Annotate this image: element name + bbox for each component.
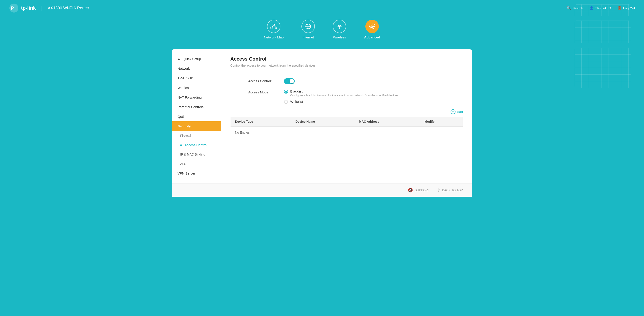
sidebar-item-firewall-label: Firewall xyxy=(180,134,191,137)
tab-internet-label: Internet xyxy=(302,35,314,39)
sidebar-item-ip-mac-binding[interactable]: IP & MAC Binding xyxy=(172,150,221,159)
sidebar-item-vpn-server[interactable]: VPN Server xyxy=(172,169,221,178)
tab-wireless-label: Wireless xyxy=(333,35,346,39)
whitelist-radio-circle[interactable] xyxy=(284,100,288,104)
logout-label: Log Out xyxy=(623,6,635,10)
sidebar-item-parental-controls[interactable]: Parental Controls xyxy=(172,102,221,112)
user-icon: 👤 xyxy=(590,6,594,10)
svg-point-10 xyxy=(339,28,340,29)
col-device-name: Device Name xyxy=(291,117,354,127)
whitelist-radio-item[interactable]: Whitelist xyxy=(284,100,399,104)
support-label: SUPPORT xyxy=(414,188,430,192)
content-outer: ⚙ Quick Setup Network TP-Link ID Wireles… xyxy=(172,49,472,183)
sidebar-item-wireless[interactable]: Wireless xyxy=(172,83,221,92)
sidebar-item-tplink-id[interactable]: TP-Link ID xyxy=(172,73,221,83)
back-to-top-icon: ⇧ xyxy=(437,188,440,193)
add-label: Add xyxy=(457,110,463,114)
svg-point-3 xyxy=(270,27,272,29)
support-button[interactable]: 🔇 SUPPORT xyxy=(408,188,430,193)
sidebar-item-vpn-server-label: VPN Server xyxy=(178,171,195,175)
devices-table: Device Type Device Name MAC Address Modi… xyxy=(230,116,463,139)
svg-point-2 xyxy=(273,24,274,26)
no-entries-message: No Entries xyxy=(230,127,463,139)
tab-internet[interactable]: Internet xyxy=(302,20,315,43)
internet-icon-circle xyxy=(302,20,315,33)
sidebar-item-quick-setup-label: Quick Setup xyxy=(183,57,201,61)
blacklist-label: Blacklist xyxy=(290,89,399,93)
table-header: Device Type Device Name MAC Address Modi… xyxy=(230,117,463,127)
tab-network-map-label: Network Map xyxy=(264,35,284,39)
sidebar-item-alg[interactable]: ALG xyxy=(172,159,221,169)
col-device-type: Device Type xyxy=(230,117,291,127)
header-left: P tp-link | AX1500 Wi-Fi 6 Router xyxy=(9,3,89,13)
search-icon: 🔍 xyxy=(567,6,571,10)
logo-area: P tp-link xyxy=(9,3,36,13)
sidebar-item-quick-setup[interactable]: ⚙ Quick Setup xyxy=(172,54,221,64)
table-header-row: Device Type Device Name MAC Address Modi… xyxy=(230,117,463,127)
search-button[interactable]: 🔍 Search xyxy=(567,6,583,10)
access-control-toggle[interactable] xyxy=(284,78,295,84)
sidebar-item-security-label: Security xyxy=(178,124,191,128)
tab-wireless[interactable]: Wireless xyxy=(333,20,346,43)
access-control-toggle-value xyxy=(284,78,295,84)
access-mode-options: Blacklist Configure a blacklist to only … xyxy=(284,89,399,104)
sidebar-item-network[interactable]: Network xyxy=(172,64,221,73)
svg-point-12 xyxy=(372,26,373,27)
gear-icon: ⚙ xyxy=(178,57,180,61)
tplink-logo-icon: P xyxy=(9,3,19,13)
add-button[interactable]: + Add xyxy=(450,109,463,114)
toggle-thumb xyxy=(290,79,294,83)
sidebar-item-security[interactable]: Security xyxy=(172,121,221,131)
blacklist-option: Blacklist Configure a blacklist to only … xyxy=(290,89,399,97)
tab-network-map[interactable]: Network Map xyxy=(264,20,284,43)
advanced-icon xyxy=(369,23,376,30)
blacklist-radio-circle[interactable] xyxy=(284,90,288,94)
network-map-icon xyxy=(270,23,277,30)
sidebar-item-firewall[interactable]: Firewall xyxy=(172,131,221,140)
network-map-icon-circle xyxy=(267,20,280,33)
page-description: Control the access to your network from … xyxy=(230,64,463,67)
header-divider: | xyxy=(41,5,42,11)
blacklist-description: Configure a blacklist to only block acce… xyxy=(290,94,399,97)
add-button-row: + Add xyxy=(230,109,463,114)
logout-button[interactable]: 🚪 Log Out xyxy=(618,6,635,10)
tplink-id-label: TP-Link ID xyxy=(595,6,611,10)
sidebar-item-alg-label: ALG xyxy=(180,162,186,166)
svg-rect-15 xyxy=(369,26,370,27)
active-dot-icon xyxy=(180,144,182,146)
sidebar-item-nat-forwarding-label: NAT Forwarding xyxy=(178,95,202,99)
main-panel: Access Control Control the access to you… xyxy=(222,49,472,183)
sidebar-item-ip-mac-binding-label: IP & MAC Binding xyxy=(180,153,205,156)
svg-text:P: P xyxy=(11,5,14,11)
sidebar-item-wireless-label: Wireless xyxy=(178,86,190,90)
back-to-top-button[interactable]: ⇧ BACK TO TOP xyxy=(437,188,463,193)
sidebar-item-qos[interactable]: QoS xyxy=(172,112,221,121)
sidebar-item-nat-forwarding[interactable]: NAT Forwarding xyxy=(172,92,221,102)
whitelist-option: Whitelist xyxy=(290,100,303,103)
sidebar-item-access-control[interactable]: Access Control xyxy=(172,140,221,150)
col-modify: Modify xyxy=(420,117,463,127)
logout-icon: 🚪 xyxy=(618,6,622,10)
tab-advanced[interactable]: Advanced xyxy=(364,20,380,43)
header: P tp-link | AX1500 Wi-Fi 6 Router 🔍 Sear… xyxy=(0,0,644,16)
svg-line-5 xyxy=(272,26,274,27)
toggle-track xyxy=(284,78,295,84)
whitelist-label: Whitelist xyxy=(290,100,303,103)
blacklist-radio-item[interactable]: Blacklist Configure a blacklist to only … xyxy=(284,89,399,97)
col-mac-address: MAC Address xyxy=(354,117,420,127)
svg-rect-20 xyxy=(373,28,374,29)
main-wrapper: ⚙ Quick Setup Network TP-Link ID Wireles… xyxy=(0,43,644,197)
tplink-id-button[interactable]: 👤 TP-Link ID xyxy=(590,6,611,10)
svg-rect-18 xyxy=(374,24,375,25)
svg-rect-19 xyxy=(370,27,372,29)
svg-line-6 xyxy=(274,26,276,27)
nav-tabs: Network Map Internet Wireless xyxy=(0,16,644,43)
table-empty-row: No Entries xyxy=(230,127,463,139)
svg-point-4 xyxy=(275,27,277,29)
tab-advanced-label: Advanced xyxy=(364,35,380,39)
sidebar-item-tplink-id-label: TP-Link ID xyxy=(178,76,194,80)
internet-icon xyxy=(305,23,312,30)
svg-rect-14 xyxy=(372,28,372,29)
sidebar-item-network-label: Network xyxy=(178,67,190,70)
wireless-icon-circle xyxy=(333,20,346,33)
